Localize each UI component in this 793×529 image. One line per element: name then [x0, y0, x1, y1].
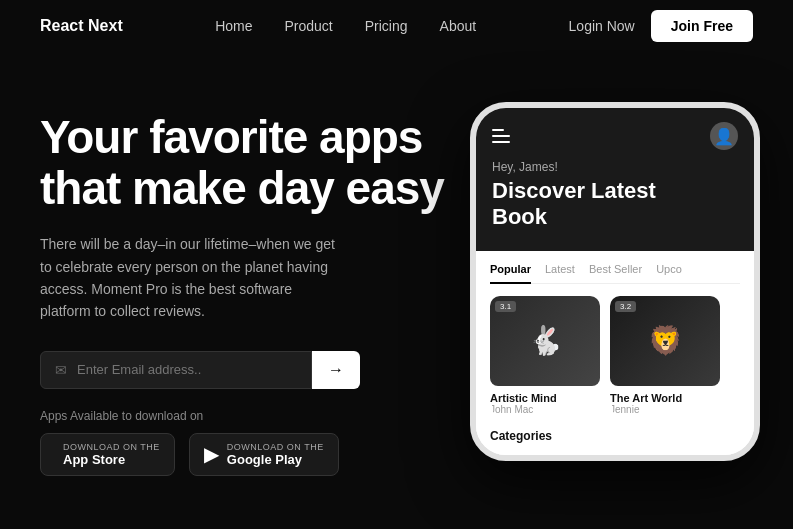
- download-label: Apps Available to download on: [40, 409, 470, 423]
- phone-header: 👤 Hey, James! Discover Latest Book: [476, 108, 754, 251]
- left-section: Your favorite apps that make day easy Th…: [40, 92, 470, 476]
- tab-popular[interactable]: Popular: [490, 263, 531, 284]
- book-name-2: The Art World: [610, 392, 720, 404]
- nav-pricing[interactable]: Pricing: [365, 18, 408, 34]
- tab-best-seller[interactable]: Best Seller: [589, 263, 642, 275]
- tab-latest[interactable]: Latest: [545, 263, 575, 275]
- right-section: 👤 Hey, James! Discover Latest Book Popul…: [470, 92, 760, 461]
- phone-discover-title: Discover Latest Book: [492, 178, 738, 231]
- tab-upcoming[interactable]: Upco: [656, 263, 682, 275]
- book-cover-2: 3.2 🦁: [610, 296, 720, 386]
- phone-tabs: Popular Latest Best Seller Upco: [490, 263, 740, 284]
- hero-title: Your favorite apps that make day easy: [40, 112, 470, 213]
- book-cards: 3.1 🐇 Artistic Mind John Mac 3.2 🦁 Th: [490, 296, 740, 415]
- book-art-1: 🐇: [528, 324, 563, 357]
- phone-mockup: 👤 Hey, James! Discover Latest Book Popul…: [470, 102, 760, 461]
- google-play-badge[interactable]: ▶ Download on the Google Play: [189, 433, 339, 476]
- join-button[interactable]: Join Free: [651, 10, 753, 42]
- book-art-2: 🦁: [648, 324, 683, 357]
- book-card-1[interactable]: 3.1 🐇 Artistic Mind John Mac: [490, 296, 600, 415]
- avatar[interactable]: 👤: [710, 122, 738, 150]
- email-form: ✉ →: [40, 351, 360, 389]
- book-author-1: John Mac: [490, 404, 600, 415]
- book-author-2: Jennie: [610, 404, 720, 415]
- email-submit-button[interactable]: →: [312, 351, 360, 389]
- nav-actions: Login Now Join Free: [569, 10, 753, 42]
- email-icon: ✉: [55, 362, 67, 378]
- hero-description: There will be a day–in our lifetime–when…: [40, 233, 340, 323]
- play-icon: ▶: [204, 442, 219, 466]
- nav-product[interactable]: Product: [285, 18, 333, 34]
- categories-label: Categories: [490, 429, 740, 443]
- phone-body: Popular Latest Best Seller Upco 3.1 🐇 Ar: [476, 251, 754, 455]
- navbar: React Next Home Product Pricing About Lo…: [0, 0, 793, 52]
- phone-screen: 👤 Hey, James! Discover Latest Book Popul…: [476, 108, 754, 455]
- book-cover-1: 3.1 🐇: [490, 296, 600, 386]
- book-name-1: Artistic Mind: [490, 392, 600, 404]
- nav-home[interactable]: Home: [215, 18, 252, 34]
- h-line-2: [492, 135, 510, 137]
- main-content: Your favorite apps that make day easy Th…: [0, 52, 793, 529]
- nav-links: Home Product Pricing About: [215, 17, 476, 35]
- h-line-1: [492, 129, 504, 131]
- google-play-text: Download on the Google Play: [227, 442, 324, 467]
- app-store-badge[interactable]: Download on the App Store: [40, 433, 175, 476]
- email-input-wrapper: ✉: [40, 351, 312, 389]
- login-button[interactable]: Login Now: [569, 18, 635, 34]
- phone-header-top: 👤: [492, 122, 738, 150]
- logo: React Next: [40, 17, 123, 35]
- app-store-text: Download on the App Store: [63, 442, 160, 467]
- book-card-2[interactable]: 3.2 🦁 The Art World Jennie: [610, 296, 720, 415]
- download-badges: Download on the App Store ▶ Download on …: [40, 433, 470, 476]
- nav-about[interactable]: About: [440, 18, 477, 34]
- hamburger-icon[interactable]: [492, 129, 510, 143]
- email-input[interactable]: [77, 362, 297, 377]
- h-line-3: [492, 141, 510, 143]
- phone-greeting: Hey, James!: [492, 160, 738, 174]
